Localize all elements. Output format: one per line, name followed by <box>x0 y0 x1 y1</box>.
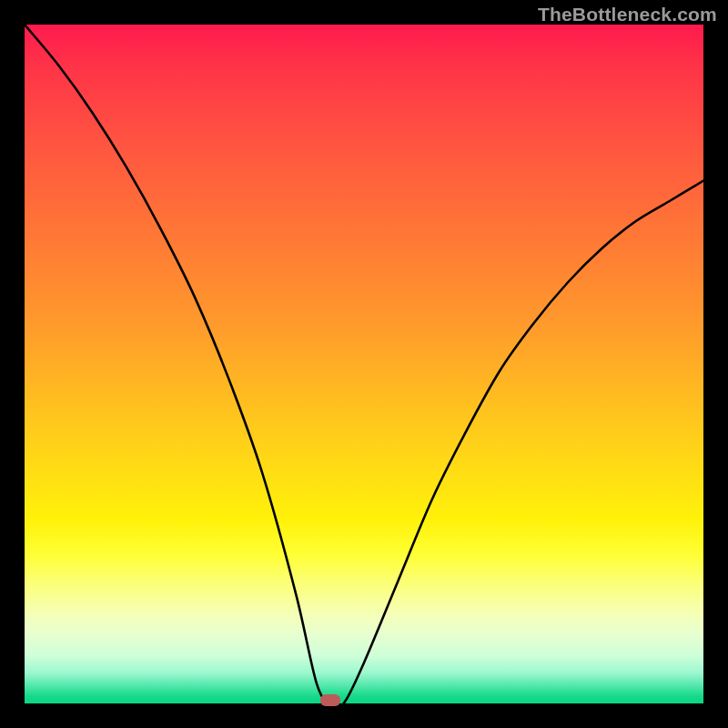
bottleneck-curve <box>25 25 703 703</box>
plot-area <box>25 25 703 703</box>
optimal-marker <box>320 694 340 706</box>
watermark-text: TheBottleneck.com <box>538 4 717 25</box>
curve-path <box>25 25 703 703</box>
chart-frame: TheBottleneck.com <box>0 0 728 728</box>
